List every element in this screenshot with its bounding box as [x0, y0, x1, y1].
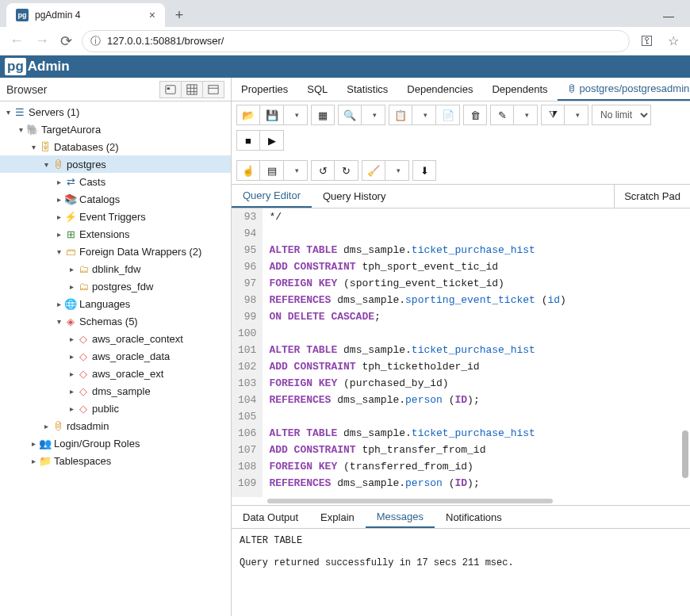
search-dropdown[interactable] [362, 105, 385, 125]
tree-node-login-roles[interactable]: 👥Login/Group Roles [0, 434, 231, 452]
grid-icon[interactable]: ▦ [311, 105, 335, 125]
tab-statistics[interactable]: Statistics [337, 78, 397, 101]
tree-node-postgres[interactable]: 🛢postgres [0, 155, 231, 173]
main-tabs: Properties SQL Statistics Dependencies D… [232, 78, 690, 101]
back-icon[interactable]: ← [8, 33, 25, 49]
tab-scratch-pad[interactable]: Scratch Pad [614, 185, 690, 208]
tree-node-aws-oracle-data[interactable]: ◇aws_oracle_data [0, 347, 231, 365]
panel-btn-filter-icon[interactable] [203, 81, 224, 98]
star-icon[interactable]: ☆ [665, 33, 682, 48]
tab-notifications[interactable]: Notifications [435, 506, 513, 528]
tab-query-editor[interactable]: Query Editor [232, 185, 312, 208]
clear-icon[interactable]: 🧹 [362, 160, 385, 181]
event-triggers-icon: ⚡ [63, 211, 78, 223]
clear-dropdown[interactable] [385, 160, 409, 181]
vertical-scrollbar[interactable] [682, 430, 688, 478]
table-dropdown[interactable] [284, 160, 308, 181]
tab-dependencies[interactable]: Dependencies [397, 78, 482, 101]
tree-node-public[interactable]: ◇public [0, 400, 231, 417]
query-toolbar: 📂 💾 ▦ 🔍 📋 📄 🗑 ✎ [232, 101, 690, 185]
window-buttons: — [654, 10, 684, 27]
filter-icon[interactable]: ⧩ [541, 105, 565, 125]
edit-dropdown[interactable] [514, 105, 538, 125]
tree-node-schemas[interactable]: ◈Schemas (5) [0, 312, 231, 330]
new-tab-button[interactable]: + [168, 7, 190, 27]
run-icon[interactable]: ▶ [260, 130, 284, 151]
logo-box: pg [5, 58, 26, 75]
code-editor[interactable]: 9394959697989910010110210310410510610710… [232, 209, 690, 497]
server-icon: 🐘 [25, 124, 40, 136]
tree-node-servers[interactable]: ☰Servers (1) [0, 103, 231, 121]
svg-rect-2 [187, 84, 197, 94]
horizontal-scrollbar[interactable] [232, 497, 690, 505]
copy-icon[interactable]: 📋 [389, 105, 412, 125]
tree-node-languages[interactable]: 🌐Languages [0, 295, 231, 312]
casts-icon: ⇄ [63, 176, 78, 188]
panel-btn-grid-icon[interactable] [182, 81, 203, 98]
tree-node-databases[interactable]: 🗄Databases (2) [0, 138, 231, 155]
tree-node-dms-sample[interactable]: ◇dms_sample [0, 382, 231, 400]
tree-node-casts[interactable]: ⇄Casts [0, 173, 231, 190]
object-tree[interactable]: ☰Servers (1) 🐘TargetAurora 🗄Databases (2… [0, 101, 231, 616]
copy-dropdown[interactable] [412, 105, 436, 125]
stop-icon[interactable]: ■ [236, 130, 260, 151]
tree-node-rdsadmin[interactable]: 🛢rdsadmin [0, 417, 231, 434]
svg-rect-7 [209, 85, 218, 94]
minimize-icon[interactable]: — [663, 10, 674, 22]
messages-output: ALTER TABLE Query returned successfully … [232, 529, 690, 616]
tree-node-aws-oracle-ext[interactable]: ◇aws_oracle_ext [0, 365, 231, 382]
browser-tab[interactable]: pg pgAdmin 4 × [6, 3, 165, 27]
tree-node-event-triggers[interactable]: ⚡Event Triggers [0, 208, 231, 225]
download-icon[interactable]: ⬇ [412, 160, 436, 181]
panel-btn-preferences-icon[interactable] [159, 81, 182, 98]
catalogs-icon: 📚 [63, 193, 78, 205]
tree-node-dblink-fdw[interactable]: 🗂dblink_fdw [0, 260, 231, 277]
table-icon[interactable]: ▤ [260, 160, 284, 181]
tree-node-tablespaces[interactable]: 📁Tablespaces [0, 452, 231, 469]
limit-select[interactable]: No limit [592, 105, 651, 125]
tree-node-fdw[interactable]: 🗃Foreign Data Wrappers (2) [0, 243, 231, 260]
tab-query-tool[interactable]: 🛢 postgres/postgresadmin@ [558, 78, 690, 101]
tree-node-extensions[interactable]: ⊞Extensions [0, 225, 231, 243]
tree-node-catalogs[interactable]: 📚Catalogs [0, 190, 231, 208]
fdw-item-icon: 🗂 [76, 263, 90, 275]
output-tabs: Data Output Explain Messages Notificatio… [232, 505, 690, 529]
search-icon[interactable]: 🔍 [338, 105, 362, 125]
key-icon[interactable]: ⚿ [638, 34, 657, 48]
editor-tabs: Query Editor Query History Scratch Pad [232, 185, 690, 209]
edit-icon[interactable]: ✎ [490, 105, 514, 125]
tree-node-targetaurora[interactable]: 🐘TargetAurora [0, 121, 231, 138]
schema-icon: ◇ [76, 350, 90, 362]
paste-icon[interactable]: 📄 [436, 105, 460, 125]
app-title: Admin [28, 59, 70, 75]
open-file-icon[interactable]: 📂 [236, 105, 260, 125]
database-icon: 🛢 [51, 420, 65, 432]
save-file-icon[interactable]: 💾 [260, 105, 284, 125]
tab-explain[interactable]: Explain [309, 506, 366, 528]
tab-properties[interactable]: Properties [232, 78, 297, 101]
commit-rollback-icon[interactable]: ↺ [311, 160, 335, 181]
tablespaces-icon: 📁 [38, 455, 52, 467]
cursor-icon[interactable]: ☝ [236, 160, 260, 181]
tab-dependents[interactable]: Dependents [482, 78, 557, 101]
tab-messages[interactable]: Messages [366, 506, 435, 528]
tree-node-aws-oracle-context[interactable]: ◇aws_oracle_context [0, 330, 231, 347]
url-bar[interactable]: ⓘ 127.0.0.1:50881/browser/ [82, 30, 630, 52]
reload-icon[interactable]: ⟳ [59, 33, 74, 50]
app-header: pg Admin [0, 55, 690, 78]
tab-sql[interactable]: SQL [297, 78, 337, 101]
languages-icon: 🌐 [63, 298, 78, 310]
delete-icon[interactable]: 🗑 [463, 105, 487, 125]
close-tab-icon[interactable]: × [149, 9, 155, 21]
forward-icon[interactable]: → [33, 33, 51, 49]
tree-node-postgres-fdw[interactable]: 🗂postgres_fdw [0, 277, 231, 295]
save-dropdown[interactable] [284, 105, 308, 125]
panel-title: Browser [6, 83, 47, 96]
login-roles-icon: 👥 [38, 438, 52, 450]
tab-query-history[interactable]: Query History [312, 185, 397, 208]
schemas-icon: ◈ [63, 316, 78, 327]
filter-dropdown[interactable] [565, 105, 588, 125]
tab-data-output[interactable]: Data Output [232, 506, 309, 528]
commit-icon[interactable]: ↻ [335, 160, 358, 181]
url-text: 127.0.0.1:50881/browser/ [107, 35, 224, 47]
